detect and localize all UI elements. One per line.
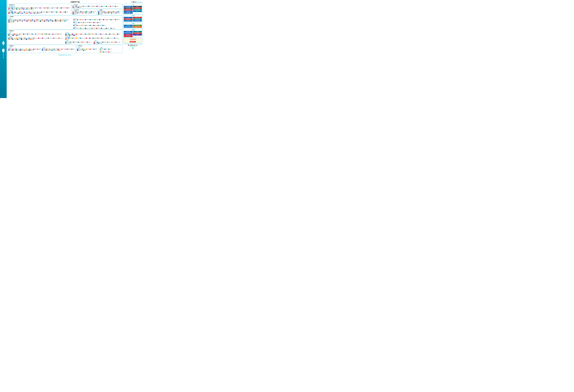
item: Photo Retouch xyxy=(101,38,107,39)
brand-huawei-pc: HUAWEI 华为 xyxy=(124,9,133,10)
item: NOMO xyxy=(71,49,75,50)
nav-dot-1[interactable] xyxy=(3,50,4,51)
item: 智谱清言 xyxy=(97,6,101,7)
office-figure: -AI图示 Process.st 亿图画板 TreeMind树图 GitMind… xyxy=(73,20,122,23)
ai-agent-items: 扣子 文心智能体平台 BetterYeah 腾讯元器 百宝箱 智谱清言 讯飞星火… xyxy=(73,6,122,8)
item: 秘塔AI搜索 xyxy=(98,11,103,12)
item: 快剪辑 xyxy=(26,39,29,40)
summary-title: -AI总结 xyxy=(73,23,122,25)
item: 度会AI xyxy=(102,25,106,26)
education-items: 立立买单 学霸AI 悟空AI 码上AI Aift教育 爸爸 Hi Echo AI… xyxy=(77,49,99,51)
item: 新华妙笔 xyxy=(19,19,24,20)
item: 极虎剪辑 xyxy=(30,39,34,40)
item: 天工SkyMusic xyxy=(65,43,71,44)
item: 万知 xyxy=(16,9,19,10)
item: HiDream.ai xyxy=(53,38,58,39)
item: Genspark xyxy=(113,11,117,12)
item: 橙单 xyxy=(44,7,47,8)
item: 文次元 xyxy=(40,20,43,22)
daily-health-other: -AI健康 天天益跑 解之手 云飞博 -其他 xyxy=(100,47,122,53)
item: 蛙蛙写作 xyxy=(8,20,13,22)
item: GilSo xyxy=(64,20,67,22)
content-area: ● 综合类工具 -多功能综合平台 夸克 腾讯文档 有道云笔记 百度文库 苏打办公… xyxy=(8,4,143,97)
item: 蓝藻AI xyxy=(78,42,81,43)
item: 网易天音 xyxy=(98,43,102,44)
ppt-title: -AI PPT xyxy=(73,18,122,19)
ai-glasses-brands: 百度 Baidu 小文科技 Meta Lens Chat 华为 HUAWEI I… xyxy=(124,31,142,37)
item: 小桌桌 xyxy=(19,9,23,10)
item: FRIDAY xyxy=(60,20,64,22)
item: 实在Agent xyxy=(110,6,115,7)
section-comprehensive: ● 综合类工具 -多功能综合平台 夸克 腾讯文档 有道云笔记 百度文库 苏打办公… xyxy=(8,4,71,15)
item: 腾讯音频 xyxy=(73,42,77,43)
item: 灵犀AI xyxy=(8,9,12,10)
item: 堆了吧 xyxy=(19,34,23,35)
nav-dot-5[interactable] xyxy=(3,57,4,58)
item: ChatPPT xyxy=(80,19,84,20)
item: Pixso xyxy=(32,34,35,35)
companion-title: -AI陪伴 xyxy=(8,47,41,49)
nav-dots xyxy=(3,50,4,58)
item: 拍鞋 xyxy=(46,49,48,50)
item: 妙想AI xyxy=(8,13,12,14)
item: Picma xyxy=(42,50,45,51)
item: 百度MarsCode xyxy=(73,28,80,29)
item: Dify xyxy=(73,11,75,12)
item: BoolVideo xyxy=(21,39,25,40)
item: deepseek xyxy=(21,13,26,14)
item: MetaGPT xyxy=(78,7,82,8)
ai-hardware-title: AI硬件新物种 xyxy=(124,38,142,40)
nav-dot-3[interactable] xyxy=(3,54,4,55)
item: 拍摄助手 xyxy=(49,49,53,50)
section-ai-dev: ● -AI开发平台 Dify Mediatope 阿里云百炼 Sensechat… xyxy=(72,9,97,15)
item: 小冰AI xyxy=(12,50,16,51)
item: Luca xyxy=(34,13,37,14)
item: 稿定AI xyxy=(23,34,27,35)
ai-assistant-sub-title: -AI智能助手 xyxy=(8,10,70,12)
item: AnyDoor xyxy=(24,50,28,51)
item: 海绵音乐 xyxy=(102,42,107,43)
nav-dot-4[interactable] xyxy=(3,56,4,56)
music-title: -AI音乐 xyxy=(94,40,122,41)
item: 讯飞写作 xyxy=(32,19,36,20)
item: 篝火网文助手 xyxy=(8,22,14,23)
item: AI消音大师 xyxy=(82,42,87,43)
item: 博查 xyxy=(108,12,110,13)
item: D.DESIGN设计 xyxy=(35,34,41,35)
item: AI美图 xyxy=(72,38,76,39)
item: VERSE xyxy=(44,20,48,22)
daily-title: ● 日常生活 xyxy=(77,45,122,47)
item: 腾讯文档 xyxy=(12,7,16,8)
bio-items: LiLib Meshy TRIPO 文生一图 ensorArt WHEE 即梦 … xyxy=(65,34,122,36)
section-ai-earphone: -AI耳机 字节跳动 BOLA Friend 科大讯飞 IFLYTEK 阿里巴巴… xyxy=(123,22,143,28)
item: 腾讯元器 xyxy=(88,6,92,7)
item: 360 AI助手 xyxy=(91,11,96,12)
item: Kimi xyxy=(8,12,11,13)
footer-date: 统计截止至2024年10月31日 xyxy=(59,55,71,56)
item: QAnything xyxy=(89,12,94,13)
item: 通义灵码 xyxy=(91,28,96,29)
office-right: -AI PPT AIPPT iSlide ChatPPT 讯飞智文 秘塔办公 万… xyxy=(73,18,122,29)
item: 万彩AI xyxy=(30,20,34,22)
item: 秘塔办公 xyxy=(90,19,94,20)
other-items: 美文 问问题财经 心元 xyxy=(100,52,122,53)
item: AI伴侣 xyxy=(8,50,12,51)
main-title: 中国AI产品全景图 xyxy=(2,40,5,48)
office-code: -AI代码 百度MarsCode CodeGeeX GitHub Copilot… xyxy=(73,26,122,29)
item: 讯飞星火 xyxy=(24,12,28,13)
item: 纳米搜索 xyxy=(108,11,112,12)
item: Touch Retouch xyxy=(107,38,114,39)
brand-vivo: vivo xyxy=(124,17,133,18)
camera-title: -AI相机 xyxy=(42,47,75,49)
item: GitHub Copilot xyxy=(85,28,91,29)
office-title: ● 办公提效 xyxy=(8,16,122,18)
item: 亿图画板 xyxy=(78,22,83,23)
item: CodeRider xyxy=(111,28,115,29)
nav-dot-2[interactable] xyxy=(3,52,4,53)
section-ai-hardware: AI硬件新物种 Rabbit R1 xyxy=(123,38,143,43)
item: Vidu xyxy=(8,38,11,39)
item: 简单AI xyxy=(67,7,70,8)
creative-music: -AI音乐 Suno TME Studio 海绵音乐 X Studio BGM猫… xyxy=(94,40,122,44)
item: 知乎AI xyxy=(65,12,68,13)
item: GhostCut xyxy=(58,38,63,39)
